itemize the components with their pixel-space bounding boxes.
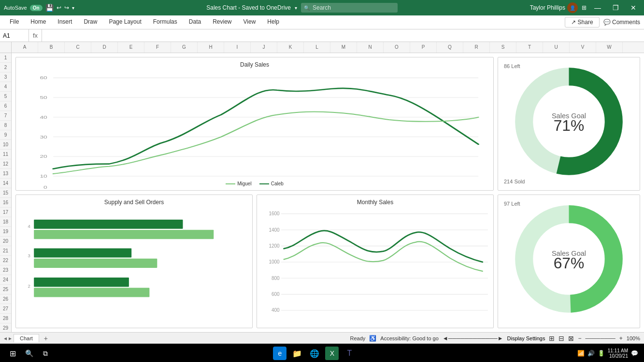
col-header-R[interactable]: R xyxy=(463,42,490,53)
autosave-toggle[interactable]: On xyxy=(30,5,43,11)
row-3[interactable]: 3 xyxy=(0,72,11,82)
row-14[interactable]: 14 xyxy=(0,179,11,188)
col-header-Q[interactable]: Q xyxy=(437,42,463,53)
col-header-V[interactable]: V xyxy=(570,42,596,53)
tab-review[interactable]: Review xyxy=(207,16,237,28)
tab-page-layout[interactable]: Page Layout xyxy=(103,16,147,28)
daily-sales-chart[interactable]: Daily Sales 60 50 40 30 20 10 0 xyxy=(15,57,494,191)
col-header-H[interactable]: H xyxy=(198,42,224,53)
main-content-area[interactable]: Daily Sales 60 50 40 30 20 10 0 xyxy=(12,53,644,332)
search-taskbar-button[interactable]: 🔍 xyxy=(22,347,36,360)
row-20[interactable]: 20 xyxy=(0,237,11,246)
col-header-T[interactable]: T xyxy=(516,42,543,53)
row-10[interactable]: 10 xyxy=(0,140,11,150)
row-7[interactable]: 7 xyxy=(0,111,11,121)
row-23[interactable]: 23 xyxy=(0,265,11,275)
col-header-C[interactable]: C xyxy=(65,42,91,53)
col-header-M[interactable]: M xyxy=(330,42,357,53)
col-header-O[interactable]: O xyxy=(384,42,410,53)
col-header-U[interactable]: U xyxy=(543,42,570,53)
row-18[interactable]: 18 xyxy=(0,217,11,227)
task-view-button[interactable]: ⧉ xyxy=(39,347,52,360)
formula-input[interactable] xyxy=(42,32,644,39)
row-5[interactable]: 5 xyxy=(0,92,11,101)
tab-formulas[interactable]: Formulas xyxy=(147,16,183,28)
col-header-L[interactable]: L xyxy=(304,42,330,53)
row-22[interactable]: 22 xyxy=(0,256,11,265)
row-19[interactable]: 19 xyxy=(0,227,11,237)
row-11[interactable]: 11 xyxy=(0,150,11,159)
restore-button[interactable]: ❐ xyxy=(609,2,623,14)
scroll-left-icon[interactable]: ◂ xyxy=(4,335,7,342)
col-header-W[interactable]: W xyxy=(596,42,623,53)
row-8[interactable]: 8 xyxy=(0,121,11,130)
scroll-right-icon[interactable]: ▸ xyxy=(9,335,12,342)
col-header-A[interactable]: A xyxy=(12,42,38,53)
col-header-E[interactable]: E xyxy=(118,42,144,53)
taskbar-edge-icon[interactable]: e xyxy=(273,347,286,360)
row-28[interactable]: 28 xyxy=(0,314,11,323)
minimize-button[interactable]: — xyxy=(590,2,605,14)
taskbar-explorer-icon[interactable]: 📁 xyxy=(290,347,304,360)
taskbar-chrome-icon[interactable]: 🌐 xyxy=(308,347,321,360)
row-25[interactable]: 25 xyxy=(0,285,11,294)
row-17[interactable]: 17 xyxy=(0,208,11,217)
cell-reference[interactable]: A1 xyxy=(0,29,29,42)
view-normal-icon[interactable]: ⊞ xyxy=(549,334,555,342)
row-6[interactable]: 6 xyxy=(0,101,11,111)
battery-icon[interactable]: 🔋 xyxy=(598,350,605,357)
zoom-out-icon[interactable]: − xyxy=(578,335,581,342)
windows-start-button[interactable]: ⊞ xyxy=(6,347,19,360)
col-header-D[interactable]: D xyxy=(91,42,118,53)
row-24[interactable]: 24 xyxy=(0,275,11,285)
row-1[interactable]: 1 xyxy=(0,53,11,63)
taskbar-excel-icon[interactable]: X xyxy=(325,347,339,360)
add-sheet-button[interactable]: + xyxy=(41,334,51,343)
row-29[interactable]: 29 xyxy=(0,323,11,332)
col-header-N[interactable]: N xyxy=(357,42,384,53)
zoom-in-icon[interactable]: + xyxy=(619,335,623,342)
row-9[interactable]: 9 xyxy=(0,130,11,140)
col-header-P[interactable]: P xyxy=(410,42,437,53)
col-header-S[interactable]: S xyxy=(490,42,516,53)
undo-icon[interactable]: ↩ xyxy=(57,4,61,11)
donut2-chart[interactable]: 97 Left Sales Goal 67% xyxy=(498,195,640,328)
comments-button[interactable]: 💬 Comments xyxy=(603,19,640,26)
taskbar-teams-icon[interactable]: T xyxy=(343,347,356,360)
search-input[interactable] xyxy=(301,3,398,13)
view-layout-icon[interactable]: ⊟ xyxy=(558,334,564,342)
tab-insert[interactable]: Insert xyxy=(52,16,78,28)
row-21[interactable]: 21 xyxy=(0,246,11,256)
tab-data[interactable]: Data xyxy=(183,16,207,28)
zoom-bar[interactable]: ──────── xyxy=(585,335,615,341)
row-4[interactable]: 4 xyxy=(0,82,11,92)
row-15[interactable]: 15 xyxy=(0,188,11,198)
clock[interactable]: 11:11 AM 10/20/21 xyxy=(608,348,628,359)
col-header-B[interactable]: B xyxy=(38,42,65,53)
ribbon-display-icon[interactable]: ⊞ xyxy=(582,4,587,11)
col-header-I[interactable]: I xyxy=(224,42,251,53)
row-26[interactable]: 26 xyxy=(0,294,11,304)
display-settings-button[interactable]: Display Settings xyxy=(507,335,545,341)
tab-home[interactable]: Home xyxy=(25,16,52,28)
save-icon[interactable]: 💾 xyxy=(45,4,54,12)
close-button[interactable]: ✕ xyxy=(627,2,640,14)
view-page-icon[interactable]: ⊠ xyxy=(568,334,574,342)
row-16[interactable]: 16 xyxy=(0,198,11,208)
share-button[interactable]: ↗ Share xyxy=(565,17,600,28)
tab-draw[interactable]: Draw xyxy=(78,16,103,28)
tab-file[interactable]: File xyxy=(4,16,25,28)
redo-icon[interactable]: ↪ xyxy=(64,4,69,11)
monthly-sales-chart[interactable]: Monthly Sales 1600 1400 1200 1000 800 60… xyxy=(257,195,494,328)
tab-help[interactable]: Help xyxy=(261,16,285,28)
supply-sell-chart[interactable]: Supply and Sell Orders 4 3 2 xyxy=(15,195,253,328)
row-2[interactable]: 2 xyxy=(0,63,11,72)
col-header-K[interactable]: K xyxy=(277,42,304,53)
col-header-G[interactable]: G xyxy=(171,42,198,53)
wifi-icon[interactable]: 📶 xyxy=(577,350,585,357)
row-13[interactable]: 13 xyxy=(0,169,11,179)
row-27[interactable]: 27 xyxy=(0,304,11,314)
notification-icon[interactable]: 💬 xyxy=(631,350,638,357)
col-header-F[interactable]: F xyxy=(144,42,171,53)
donut1-chart[interactable]: 86 Left 214 Sold Sales Goal 71% xyxy=(498,57,640,191)
